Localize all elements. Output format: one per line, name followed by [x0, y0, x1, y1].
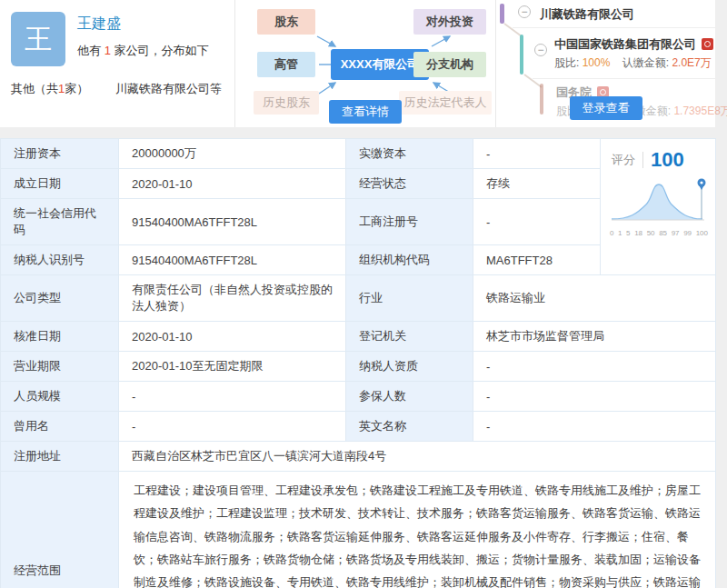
score-distribution-chart	[610, 174, 708, 226]
tick: 5	[626, 229, 630, 237]
graph-node-outbound-investment[interactable]: 对外投资	[413, 9, 486, 35]
company-logo-icon	[702, 38, 713, 50]
tick: 97	[672, 229, 680, 237]
view-details-button[interactable]: 查看详情	[329, 100, 402, 124]
field-label: 核准日期	[1, 322, 119, 352]
tree-child-equity-line: 股比: 100% 认缴金额: 2.0E7万	[554, 55, 712, 71]
score-pin-icon	[698, 179, 706, 191]
table-row: 公司类型 有限责任公司（非自然人投资或控股的法人独资） 行业 铁路运输业	[1, 275, 716, 322]
collapse-icon[interactable]	[534, 44, 547, 56]
field-label: 英文名称	[346, 412, 473, 442]
field-label: 组织机构代码	[346, 245, 473, 275]
score-value: 100	[651, 148, 684, 172]
table-row: 曾用名 - 英文名称 -	[1, 412, 716, 442]
field-label: 成立日期	[1, 169, 119, 199]
tree-child-company[interactable]: 中国国家铁路集团有限公司	[554, 36, 713, 53]
group-label: 其他（共1家）	[11, 81, 88, 97]
summary-suffix: 家公司，分布如下	[111, 44, 209, 57]
amount-value: 1.7395E8万人民币	[673, 105, 727, 117]
company-list-link[interactable]: 川藏铁路有限公司等	[115, 81, 222, 97]
tree-separator	[533, 78, 715, 79]
score-label: 评分	[612, 152, 635, 168]
tick: 18	[634, 229, 642, 237]
ratio-label: 股比:	[554, 56, 579, 69]
login-to-view-button[interactable]: 登录查看	[570, 96, 642, 120]
business-scope-value: 工程建设；建设项目管理、工程建设承发包；铁路建设工程施工及专用铁道、铁路专用线施…	[119, 472, 716, 588]
page: 王 王建盛 他有 1 家公司，分布如下 其他（共1家） 川藏铁路有限公司等	[0, 0, 715, 588]
field-value: -	[119, 382, 346, 412]
tree-root-company[interactable]: 川藏铁路有限公司	[540, 6, 634, 23]
field-label: 公司类型	[1, 275, 119, 322]
score-header: 评分 100	[612, 148, 706, 172]
field-value: 2020-01-10	[119, 169, 346, 199]
person-summary: 他有 1 家公司，分布如下	[77, 43, 208, 59]
field-label: 纳税人识别号	[1, 245, 119, 275]
table-row: 核准日期 2020-01-10 登记机关 林芝市市场监督管理局	[1, 322, 716, 352]
person-header: 王 王建盛 他有 1 家公司，分布如下	[11, 12, 224, 66]
equity-tree-panel: 川藏铁路有限公司 中国国家铁路集团有限公司 股比: 100% 认缴金额: 2.0…	[495, 0, 715, 127]
field-label: 实缴资本	[346, 139, 473, 169]
field-label: 注册资本	[1, 139, 119, 169]
tree-child-name[interactable]: 中国国家铁路集团有限公司	[554, 37, 696, 51]
graph-node-executives[interactable]: 高管	[257, 52, 315, 77]
field-value: -	[473, 199, 601, 245]
field-label: 参保人数	[346, 382, 473, 412]
person-info: 王建盛 他有 1 家公司，分布如下	[77, 12, 208, 66]
summary-prefix: 他有	[77, 44, 105, 57]
amount-value: 2.0E7万	[672, 56, 711, 69]
score-divider	[642, 152, 643, 168]
field-value: 铁路运输业	[473, 275, 716, 322]
field-label: 工商注册号	[346, 199, 473, 245]
registered-address-value: 西藏自治区林芝市巴宜区八一镇滨河大道南段4号	[119, 442, 716, 472]
group-suffix: 家）	[65, 82, 88, 95]
table-row: 人员规模 - 参保人数 -	[1, 382, 716, 412]
graph-node-history-legal-rep[interactable]: 历史法定代表人	[399, 91, 492, 115]
group-prefix: 其他（共	[11, 82, 58, 95]
field-value: -	[473, 412, 716, 442]
graph-node-history-shareholders[interactable]: 历史股东	[254, 91, 319, 115]
field-label: 统一社会信用代码	[1, 199, 119, 245]
tree-bar-root	[500, 4, 504, 24]
field-value: -	[473, 382, 716, 412]
score-panel: 评分 100 0 1	[601, 139, 716, 275]
field-value: 2020-01-10至无固定期限	[119, 352, 346, 382]
collapse-icon[interactable]	[518, 5, 531, 18]
tick: 0	[610, 229, 613, 237]
person-name-link[interactable]: 王建盛	[77, 15, 208, 34]
field-label: 行业	[346, 275, 473, 322]
tick: 99	[683, 229, 692, 237]
avatar-char: 王	[25, 21, 52, 58]
table-row: 经营范围 工程建设；建设项目管理、工程建设承发包；铁路建设工程施工及专用铁道、铁…	[1, 472, 716, 588]
avatar: 王	[11, 12, 65, 66]
field-value: 有限责任公司（非自然人投资或控股的法人独资）	[119, 275, 346, 322]
table-row: 注册资本 20000000万 实缴资本 - 评分 100	[1, 139, 716, 169]
field-value: 存续	[473, 169, 601, 199]
field-value: 91540400MA6TFFT28L	[119, 199, 346, 245]
field-value: 林芝市市场监督管理局	[473, 322, 716, 352]
table-row: 注册地址 西藏自治区林芝市巴宜区八一镇滨河大道南段4号	[1, 442, 716, 472]
tick: 100	[696, 229, 708, 237]
tree-bar-grandchild	[540, 84, 543, 115]
tree-bar-child	[520, 35, 523, 75]
field-label: 人员规模	[1, 382, 119, 412]
field-label: 注册地址	[1, 442, 119, 472]
field-label: 纳税人资质	[346, 352, 473, 382]
graph-node-branches[interactable]: 分支机构	[413, 52, 486, 77]
field-label: 曾用名	[1, 412, 119, 442]
company-group-row: 其他（共1家） 川藏铁路有限公司等	[11, 81, 224, 97]
tick: 85	[659, 229, 667, 237]
field-label: 登记机关	[346, 322, 473, 352]
tree-separator	[513, 27, 715, 28]
graph-node-shareholders[interactable]: 股东	[257, 9, 315, 35]
field-value: MA6TFFT28	[473, 245, 601, 275]
amount-label: 认缴金额:	[622, 56, 669, 69]
score-axis-ticks: 0 1 5 18 50 85 97 99 100	[610, 229, 708, 237]
top-section: 王 王建盛 他有 1 家公司，分布如下 其他（共1家） 川藏铁路有限公司等	[0, 0, 715, 127]
summary-count: 1	[105, 44, 111, 57]
field-value: 2020-01-10	[119, 322, 346, 352]
relationship-graph-panel: 股东 对外投资 高管 XXXX有限公司 分支机构 历史股东 历史法定代表人 查看…	[234, 0, 495, 127]
field-value: -	[119, 412, 346, 442]
table-row: 营业期限 2020-01-10至无固定期限 纳税人资质 -	[1, 352, 716, 382]
tick: 1	[618, 229, 622, 237]
ratio-value: 100%	[583, 56, 611, 69]
